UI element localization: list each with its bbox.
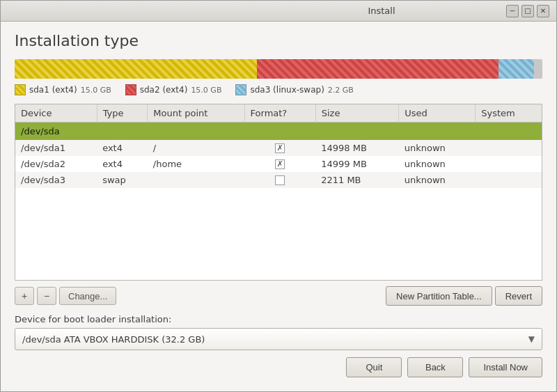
sda1-mount: /: [148, 140, 244, 156]
sda3-device: /dev/sda3: [15, 172, 97, 188]
bottom-buttons: Quit Back Install Now: [15, 350, 542, 381]
sda1-size: 14998 MB: [315, 140, 399, 156]
legend-color-sda3: [235, 84, 246, 95]
col-type: Type: [97, 104, 148, 123]
bootloader-dropdown-arrow: ▼: [528, 334, 535, 344]
legend-color-sda1: [15, 84, 26, 95]
legend-label-sda1: sda1 (ext4): [29, 85, 77, 95]
legend-color-sda2: [125, 84, 136, 95]
legend-item-sda2: sda2 (ext4) 15.0 GB: [125, 84, 222, 95]
partition-bar-sda2: [257, 59, 499, 79]
sda3-type: swap: [97, 172, 148, 188]
sda2-system: [476, 156, 542, 172]
bootloader-label: Device for boot loader installation:: [15, 314, 542, 324]
sda1-format-checkbox[interactable]: [275, 143, 285, 153]
partition-bar: [15, 59, 542, 79]
sda3-format-checkbox[interactable]: [275, 175, 285, 185]
col-mount: Mount point: [148, 104, 244, 123]
install-now-button[interactable]: Install Now: [469, 357, 542, 377]
partition-table-wrapper: Device Type Mount point Format? Size Use…: [15, 104, 542, 281]
device-group-label: /dev/sda: [15, 123, 542, 141]
add-partition-button[interactable]: +: [15, 287, 34, 305]
sda3-format: [244, 172, 315, 188]
sda3-size: 2211 MB: [315, 172, 399, 188]
partition-toolbar: + − Change... New Partition Table... Rev…: [15, 281, 542, 311]
sda2-mount: /home: [148, 156, 244, 172]
legend-size-sda2: 15.0 GB: [191, 86, 221, 95]
titlebar: Install − □ ✕: [1, 1, 556, 22]
window-title: Install: [257, 6, 506, 16]
sda1-system: [476, 140, 542, 156]
legend-size-sda3: 2.2 GB: [328, 86, 354, 95]
sda1-used: unknown: [399, 140, 476, 156]
sda1-type: ext4: [97, 140, 148, 156]
bootloader-section: Device for boot loader installation: /de…: [15, 314, 542, 350]
sda2-format-checkbox[interactable]: [275, 159, 285, 169]
legend-item-sda3: sda3 (linux-swap) 2.2 GB: [235, 84, 353, 95]
sda2-used: unknown: [399, 156, 476, 172]
col-size: Size: [315, 104, 399, 123]
sda3-used: unknown: [399, 172, 476, 188]
sda1-device: /dev/sda1: [15, 140, 97, 156]
main-content: Installation type sda1 (ext4) 15.0 GB sd…: [1, 22, 556, 391]
sda2-device: /dev/sda2: [15, 156, 97, 172]
legend-size-sda1: 15.0 GB: [81, 86, 111, 95]
col-format: Format?: [244, 104, 315, 123]
legend-label-sda3: sda3 (linux-swap): [250, 85, 324, 95]
revert-button[interactable]: Revert: [495, 286, 542, 306]
minimize-button[interactable]: −: [506, 5, 519, 17]
sda2-type: ext4: [97, 156, 148, 172]
bootloader-select[interactable]: /dev/sda ATA VBOX HARDDISK (32.2 GB) ▼: [15, 328, 542, 350]
sda1-format: [244, 140, 315, 156]
partition-row-sda1[interactable]: /dev/sda1 ext4 / 14998 MB unknown: [15, 140, 542, 156]
page-title: Installation type: [15, 32, 542, 49]
partition-bar-sda3: [499, 59, 534, 79]
partition-table: Device Type Mount point Format? Size Use…: [15, 104, 542, 188]
partition-row-sda2[interactable]: /dev/sda2 ext4 /home 14999 MB unknown: [15, 156, 542, 172]
window-controls: − □ ✕: [506, 5, 549, 17]
new-partition-table-button[interactable]: New Partition Table...: [386, 286, 492, 306]
partition-bar-free: [534, 59, 542, 79]
install-window: Install − □ ✕ Installation type sda1 (ex…: [0, 0, 557, 392]
col-used: Used: [399, 104, 476, 123]
device-group-row[interactable]: /dev/sda: [15, 123, 542, 141]
bootloader-value: /dev/sda ATA VBOX HARDDISK (32.2 GB): [22, 334, 205, 345]
legend-item-sda1: sda1 (ext4) 15.0 GB: [15, 84, 111, 95]
sda2-size: 14999 MB: [315, 156, 399, 172]
maximize-button[interactable]: □: [521, 5, 534, 17]
quit-button[interactable]: Quit: [346, 357, 402, 377]
change-partition-button[interactable]: Change...: [59, 287, 116, 305]
remove-partition-button[interactable]: −: [37, 287, 56, 305]
col-device: Device: [15, 104, 97, 123]
back-button[interactable]: Back: [407, 357, 463, 377]
sda3-mount: [148, 172, 244, 188]
close-button[interactable]: ✕: [537, 5, 549, 17]
sda3-system: [476, 172, 542, 188]
legend-label-sda2: sda2 (ext4): [140, 85, 188, 95]
partition-bar-sda1: [15, 59, 257, 79]
partition-legend: sda1 (ext4) 15.0 GB sda2 (ext4) 15.0 GB …: [15, 84, 542, 95]
sda2-format: [244, 156, 315, 172]
partition-row-sda3[interactable]: /dev/sda3 swap 2211 MB unknown: [15, 172, 542, 188]
col-system: System: [476, 104, 542, 123]
table-header-row: Device Type Mount point Format? Size Use…: [15, 104, 542, 123]
